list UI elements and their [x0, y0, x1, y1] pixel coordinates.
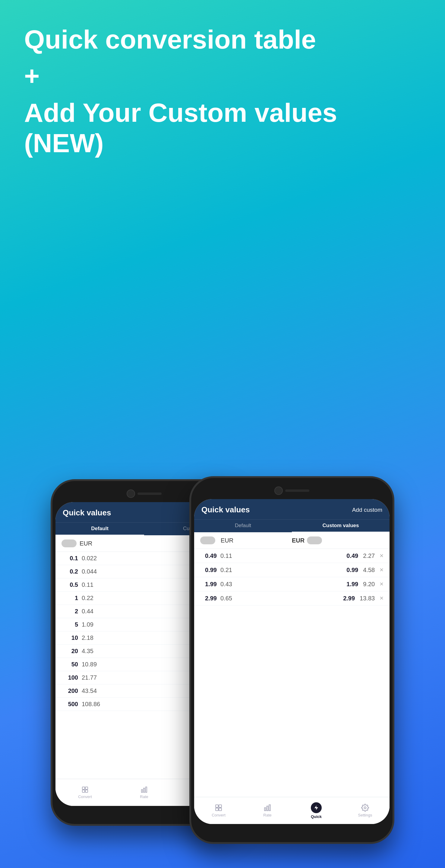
close-row-1[interactable]: × [380, 552, 384, 560]
app-right-tabs: Default Custom values [194, 519, 389, 532]
currency-from-right: EUR [221, 537, 233, 544]
app-right-content: Quick values Add custom Default Custom v… [194, 499, 389, 824]
nav-rate-right[interactable]: Rate [243, 804, 292, 817]
phones-container: Quick values Default Cu... EUR EUR 0.1 [0, 476, 445, 844]
currency-header-right: EUR EUR [194, 532, 389, 549]
nav-rate-label-right: Rate [263, 813, 271, 817]
hero-plus: + [24, 61, 421, 91]
app-right-header: Quick values Add custom [194, 499, 389, 519]
toggle-eur-right-right[interactable] [307, 536, 322, 544]
bottom-nav-right: Convert Rate [194, 797, 389, 824]
two-col-row-2: 0.99 0.21 0.99 4.58 × [194, 563, 389, 577]
camera-lens-right [274, 487, 283, 495]
close-row-2[interactable]: × [380, 566, 384, 574]
nav-convert-left[interactable]: Convert [56, 786, 115, 799]
rate-icon [141, 786, 148, 793]
two-col-row-3: 1.99 0.43 1.99 9.20 × [194, 577, 389, 591]
nav-quick-label-right: Quick [311, 814, 322, 819]
scroll-area-right: 0.49 0.11 0.49 2.27 × 0.99 0.21 [194, 549, 389, 824]
toggle-eur-left[interactable] [61, 539, 77, 547]
quick-icon-right [311, 802, 322, 813]
app-right-title: Quick values [201, 505, 249, 515]
nav-settings-right[interactable]: Settings [341, 804, 389, 817]
two-col-row-1: 0.49 0.11 0.49 2.27 × [194, 549, 389, 563]
toggle-eur-right-left[interactable] [200, 536, 215, 544]
svg-rect-0 [82, 787, 85, 789]
svg-rect-2 [82, 790, 85, 792]
hero-section: Quick conversion table + Add Your Custom… [0, 0, 445, 170]
nav-convert-right[interactable]: Convert [194, 804, 243, 817]
svg-rect-8 [215, 805, 218, 807]
close-row-3[interactable]: × [380, 580, 384, 588]
app-left-title: Quick values [63, 508, 111, 518]
svg-rect-11 [219, 808, 221, 811]
svg-rect-13 [267, 806, 268, 811]
hero-subtitle: Add Your Custom values (NEW) [24, 97, 421, 158]
nav-settings-label-right: Settings [358, 813, 372, 817]
nav-rate-left[interactable]: Rate [115, 786, 174, 799]
tab-custom-right[interactable]: Custom values [292, 520, 389, 532]
convert-icon-right [215, 804, 222, 812]
rate-icon-right [264, 804, 271, 812]
settings-icon-right [361, 804, 369, 812]
nav-convert-label-left: Convert [78, 795, 92, 799]
camera-lens-left [127, 490, 135, 498]
svg-rect-12 [264, 808, 266, 811]
two-col-row-4: 2.99 0.65 2.99 13.83 × [194, 591, 389, 606]
speaker-bar-right [285, 490, 309, 492]
svg-rect-10 [215, 808, 218, 811]
svg-rect-6 [146, 787, 147, 792]
svg-rect-3 [85, 790, 88, 792]
tab-default-left[interactable]: Default [56, 523, 144, 535]
svg-rect-4 [141, 789, 143, 792]
currency-from-left: EUR [80, 540, 92, 547]
svg-marker-15 [315, 806, 318, 810]
svg-rect-9 [219, 805, 221, 807]
convert-icon [81, 786, 89, 793]
hero-title: Quick conversion table [24, 24, 421, 55]
phone-right-screen: Quick values Add custom Default Custom v… [194, 499, 389, 824]
svg-point-16 [364, 807, 366, 809]
nav-quick-right[interactable]: Quick [292, 802, 341, 819]
tab-default-right[interactable]: Default [194, 520, 292, 532]
phone-right: Quick values Add custom Default Custom v… [189, 476, 394, 844]
phone-right-camera [274, 487, 309, 495]
add-custom-button[interactable]: Add custom [352, 507, 382, 513]
svg-rect-14 [269, 805, 270, 811]
nav-rate-label-left: Rate [140, 795, 148, 799]
phone-left-camera [127, 490, 161, 498]
close-row-4[interactable]: × [380, 594, 384, 602]
currency-to-right: EUR [292, 537, 304, 544]
svg-rect-5 [144, 788, 145, 792]
svg-rect-1 [85, 787, 88, 789]
speaker-bar-left [138, 493, 161, 495]
nav-convert-label-right: Convert [212, 813, 226, 817]
